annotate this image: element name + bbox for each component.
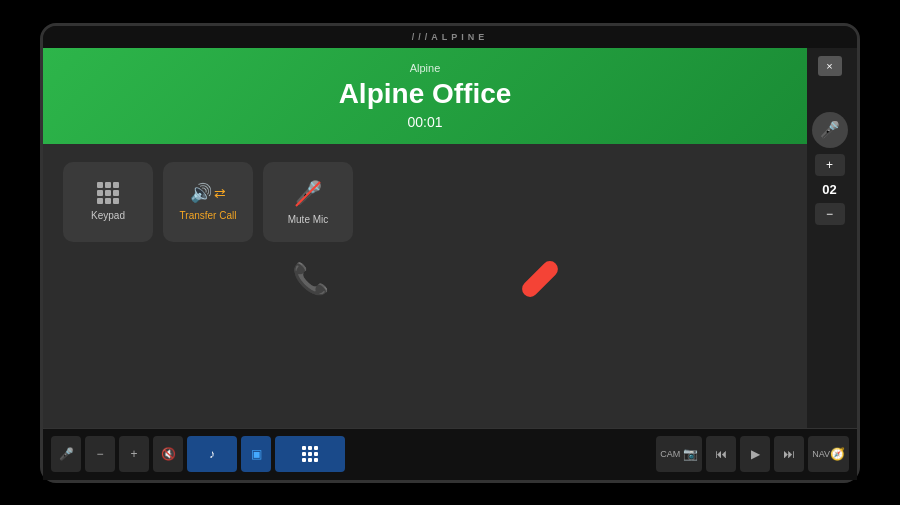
screen-content: 📞 ⊙ 🔋 🔋 📶 BT + Audio 12:00 PM 📻 Radio 🔌 … [43, 48, 857, 428]
call-source-label: Alpine [63, 62, 787, 74]
transfer-call-button[interactable]: 🔊 ⇄ Transfer Call [163, 162, 253, 242]
right-controls-panel: × 🎤 + 02 − [802, 48, 857, 428]
call-header: Alpine Alpine Office 00:01 [43, 48, 807, 144]
nav-vol-minus-button[interactable]: − [85, 436, 115, 472]
volume-level: 02 [822, 182, 836, 197]
mute-icon: 🎤 [293, 178, 323, 208]
next-icon: ⏭ [783, 447, 795, 461]
transfer-label: Transfer Call [180, 210, 237, 221]
nav-mic-icon: 🎤 [59, 447, 74, 461]
nav-prev-button[interactable]: ⏮ [706, 436, 736, 472]
hangup-button[interactable] [495, 254, 585, 304]
call-duration: 00:01 [63, 114, 787, 130]
brand-name: ///ALPINE [412, 32, 489, 42]
nav-label: NAV [812, 449, 830, 459]
answer-icon: 📞 [292, 261, 329, 296]
nav-next-button[interactable]: ⏭ [774, 436, 804, 472]
device: ///ALPINE 📞 ⊙ 🔋 🔋 📶 BT + Audio 12:00 PM … [40, 23, 860, 483]
brand-bar: ///ALPINE [43, 26, 857, 48]
cam-label: CAM [660, 449, 680, 459]
nav-nav-button[interactable]: NAV 🧭 [808, 436, 849, 472]
play-icon: ▶ [751, 447, 760, 461]
mute-mic-button[interactable]: 🎤 Mute Mic [263, 162, 353, 242]
keypad-label: Keypad [91, 210, 125, 221]
nav-nav-icon: 🧭 [830, 447, 845, 461]
vol-plus-button[interactable]: + [815, 154, 845, 176]
nav-music-button[interactable]: ♪ [187, 436, 237, 472]
keypad-button[interactable]: Keypad [63, 162, 153, 242]
action-buttons-row: Keypad 🔊 ⇄ Transfer Call [53, 162, 797, 242]
nav-bar: 🎤 − + 🔇 ♪ ▣ CAM 📷 ⏮ [43, 428, 857, 480]
transfer-icon: 🔊 ⇄ [190, 182, 226, 204]
nav-music-icon: ♪ [209, 447, 215, 461]
vol-minus-button[interactable]: − [815, 203, 845, 225]
call-action-row: 📞 [53, 250, 797, 304]
screen-area: 📞 ⊙ 🔋 🔋 📶 BT + Audio 12:00 PM 📻 Radio 🔌 … [43, 48, 857, 428]
mute-label: Mute Mic [288, 214, 329, 225]
nav-source-button[interactable]: ▣ [241, 436, 271, 472]
caller-name: Alpine Office [63, 78, 787, 110]
call-overlay: Alpine Alpine Office 00:01 [43, 48, 807, 428]
nav-minus-icon: − [96, 447, 103, 461]
grid-icon [302, 446, 318, 462]
mic-button[interactable]: 🎤 [812, 112, 848, 148]
nav-plus-icon: + [130, 447, 137, 461]
call-controls: Keypad 🔊 ⇄ Transfer Call [43, 144, 807, 428]
close-button[interactable]: × [818, 56, 842, 76]
keypad-icon [97, 182, 119, 204]
mic-icon: 🎤 [820, 120, 840, 139]
hangup-icon [519, 257, 561, 299]
cam-icon: 📷 [683, 447, 698, 461]
nav-vol-plus-button[interactable]: + [119, 436, 149, 472]
nav-grid-button[interactable] [275, 436, 345, 472]
answer-button[interactable]: 📞 [265, 254, 355, 304]
prev-icon: ⏮ [715, 447, 727, 461]
nav-cam-button[interactable]: CAM 📷 [656, 436, 702, 472]
nav-play-pause-button[interactable]: ▶ [740, 436, 770, 472]
nav-mute-icon: 🔇 [161, 447, 176, 461]
nav-source-icon: ▣ [251, 447, 262, 461]
nav-mute-button[interactable]: 🔇 [153, 436, 183, 472]
nav-mic-button[interactable]: 🎤 [51, 436, 81, 472]
